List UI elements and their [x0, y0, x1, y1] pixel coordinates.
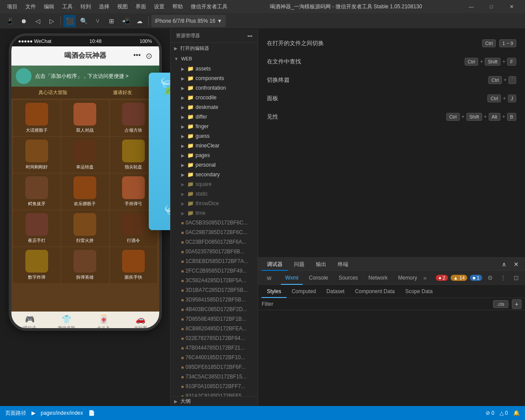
- toolbar-compile-icon[interactable]: ⬛: [63, 15, 76, 27]
- file-item-12[interactable]: ■022E782785D172BF64...: [171, 333, 258, 343]
- menu-item-wechat[interactable]: 微信开发者工具: [187, 0, 231, 13]
- menu-item-edit[interactable]: 编辑: [40, 0, 58, 13]
- minimize-button[interactable]: —: [461, 0, 481, 13]
- file-item-8[interactable]: ■3D95841585D172BF5B...: [171, 295, 258, 304]
- phone-nav-camera[interactable]: ⊙: [146, 51, 152, 61]
- device-selector[interactable]: iPhone 6/7/8 Plus 85% 16 ▼: [151, 15, 226, 27]
- toolbar-grid-icon[interactable]: ⊞: [105, 15, 118, 27]
- file-item-11[interactable]: ■8CB8620485D172BFEA...: [171, 324, 258, 333]
- debugger-close-button[interactable]: ✕: [511, 259, 522, 270]
- debugger-tab-terminal[interactable]: 终端: [332, 258, 354, 271]
- folder-square[interactable]: ▶ 📁 square: [171, 179, 258, 189]
- explorer-menu-button[interactable]: •••: [247, 33, 252, 38]
- folder-differ[interactable]: ▶ 📁 differ: [171, 112, 258, 122]
- file-item-9[interactable]: ■4B403BC085D172BF2D...: [171, 304, 258, 314]
- styles-tab-scope[interactable]: Scope Data: [400, 285, 438, 298]
- file-item-4[interactable]: ■1CB5EBD585D172BF7A...: [171, 256, 258, 266]
- toolbar-back-icon[interactable]: ◁: [32, 15, 44, 27]
- devtools-tab-wxml-label[interactable]: Wxml: [281, 271, 303, 285]
- file-item-5[interactable]: ■2FCC2B9585D172BF49...: [171, 266, 258, 276]
- devtools-tab-wxml[interactable]: W: [262, 271, 279, 285]
- toolbar-forward-icon[interactable]: ▷: [46, 15, 58, 27]
- menu-item-view[interactable]: 视图: [114, 0, 131, 13]
- folder-throwdice[interactable]: ▶ 📁 throwDice: [171, 199, 258, 208]
- game-item-14[interactable]: 眼疾手快: [110, 247, 158, 283]
- file-item-1[interactable]: ■0AC29B7385D172BF6C...: [171, 228, 258, 237]
- game-item-2[interactable]: 占领方块: [110, 100, 158, 136]
- status-bell[interactable]: 🔔: [513, 410, 520, 416]
- status-file-icon[interactable]: 📄: [88, 410, 95, 416]
- menu-item-select[interactable]: 选择: [95, 0, 113, 13]
- file-item-7[interactable]: ■3D1BA7C285D172BF5B...: [171, 285, 258, 295]
- debugger-tab-issues[interactable]: 问题: [289, 258, 310, 271]
- status-errors[interactable]: ⊘ 0: [486, 410, 494, 416]
- devtools-tab-network[interactable]: Network: [364, 271, 392, 285]
- game-item-10[interactable]: 扫雷火拼: [61, 210, 109, 246]
- devtools-options-button[interactable]: ⋮: [498, 273, 508, 283]
- folder-finger[interactable]: ▶ 📁 finger: [171, 122, 258, 131]
- folder-assets[interactable]: ▶ 📁 assets: [171, 64, 258, 74]
- status-warnings[interactable]: △ 0: [500, 410, 508, 416]
- tab-item-1[interactable]: 👕 微信皮肤: [48, 312, 85, 331]
- tab-item-3[interactable]: 🚗 大玩家: [122, 312, 159, 331]
- menu-item-tools[interactable]: 工具: [59, 0, 76, 13]
- menu-item-settings[interactable]: 设置: [150, 0, 168, 13]
- folder-static[interactable]: ▶ 📁 static: [171, 189, 258, 199]
- file-item-17[interactable]: ■910F0A1085D172BFF7...: [171, 382, 258, 391]
- close-button[interactable]: ✕: [501, 0, 522, 13]
- file-item-10[interactable]: ■7D8558E485D172BF1B...: [171, 314, 258, 324]
- status-path-label[interactable]: 页面路径: [5, 410, 26, 417]
- file-item-2[interactable]: ■0C23BFD0850172BF6A...: [171, 237, 258, 247]
- game-item-3[interactable]: 时间刚刚好: [13, 137, 61, 173]
- styles-tab-styles[interactable]: Styles: [262, 285, 287, 298]
- game-item-0[interactable]: 大话摇骰子: [13, 100, 61, 136]
- menu-item-file[interactable]: 文件: [22, 0, 39, 13]
- status-file-path[interactable]: pages/index/index: [41, 410, 83, 416]
- game-item-13[interactable]: 拆弹英雄: [61, 247, 109, 283]
- toolbar-record-icon[interactable]: ⏺: [18, 15, 30, 27]
- game-item-9[interactable]: 夜店手灯: [13, 210, 61, 246]
- debugger-tab-output[interactable]: 输出: [311, 258, 332, 271]
- game-item-4[interactable]: 幸运转盘: [61, 137, 109, 173]
- open-editors-section[interactable]: ▶ 打开的编辑器: [171, 43, 258, 53]
- folder-crocodile[interactable]: ▶ 📁 crocodile: [171, 93, 258, 102]
- folder-components[interactable]: ▶ 📁 components: [171, 74, 258, 83]
- tab-item-2[interactable]: 🀄 七八九: [85, 312, 122, 331]
- folder-secondary[interactable]: ▶ 📁 secondary: [171, 170, 258, 179]
- file-item-6[interactable]: ■3C582A4285D172BF5A...: [171, 276, 258, 285]
- devtools-detach-button[interactable]: ⊡: [511, 273, 522, 283]
- file-item-18[interactable]: ■931A2C8185D172BFF5...: [171, 391, 258, 396]
- debugger-expand-button[interactable]: ∧: [499, 259, 509, 270]
- devtools-more-button[interactable]: »: [423, 274, 427, 281]
- devtools-tab-sources[interactable]: Sources: [334, 271, 362, 285]
- styles-tab-component[interactable]: Component Data: [350, 285, 400, 298]
- menu-item-help[interactable]: 帮助: [169, 0, 186, 13]
- game-item-6[interactable]: 鳄鱼拔牙: [13, 174, 61, 210]
- maximize-button[interactable]: □: [481, 0, 501, 13]
- game-item-12[interactable]: 数字炸弹: [13, 247, 61, 283]
- folder-time[interactable]: ▶ 📁 time: [171, 208, 258, 218]
- folder-personal[interactable]: ▶ 📁 personal: [171, 160, 258, 170]
- phone-nav-menu[interactable]: •••: [133, 51, 141, 61]
- styles-tab-dataset[interactable]: Dataset: [321, 285, 350, 298]
- devtools-tab-memory[interactable]: Memory: [394, 271, 421, 285]
- folder-pages[interactable]: ▶ 📁 pages: [171, 150, 258, 160]
- web-section[interactable]: ▼ WEB: [171, 53, 258, 64]
- game-item-5[interactable]: 指尖轮盘: [110, 137, 158, 173]
- folder-confrontation[interactable]: ▶ 📁 confrontation: [171, 83, 258, 93]
- file-item-3[interactable]: ■00A52357850172BF6B...: [171, 247, 258, 256]
- file-item-14[interactable]: ■76C4400185D172BF10...: [171, 353, 258, 362]
- file-item-0[interactable]: ■0AC5B3S085D172BF6C...: [171, 218, 258, 228]
- toolbar-upload-icon[interactable]: ☁: [133, 15, 146, 27]
- menu-item-interface[interactable]: 界面: [132, 0, 150, 13]
- game-item-7[interactable]: 欢乐掷骰子: [61, 174, 109, 210]
- folder-guess[interactable]: ▶ 📁 guess: [171, 131, 258, 141]
- debugger-tab-debugger[interactable]: 调试器: [262, 258, 288, 271]
- toolbar-phone2-icon[interactable]: 📲: [119, 15, 132, 27]
- folder-mineclear[interactable]: ▶ 📁 mineClear: [171, 141, 258, 150]
- game-item-1[interactable]: 双人对战: [61, 100, 109, 136]
- menu-item-project[interactable]: 项目: [4, 0, 21, 13]
- outline-section[interactable]: ▶ 大纲: [171, 396, 258, 406]
- toolbar-phone-icon[interactable]: 📱: [4, 15, 16, 27]
- toolbar-search-icon[interactable]: 🔍: [77, 15, 90, 27]
